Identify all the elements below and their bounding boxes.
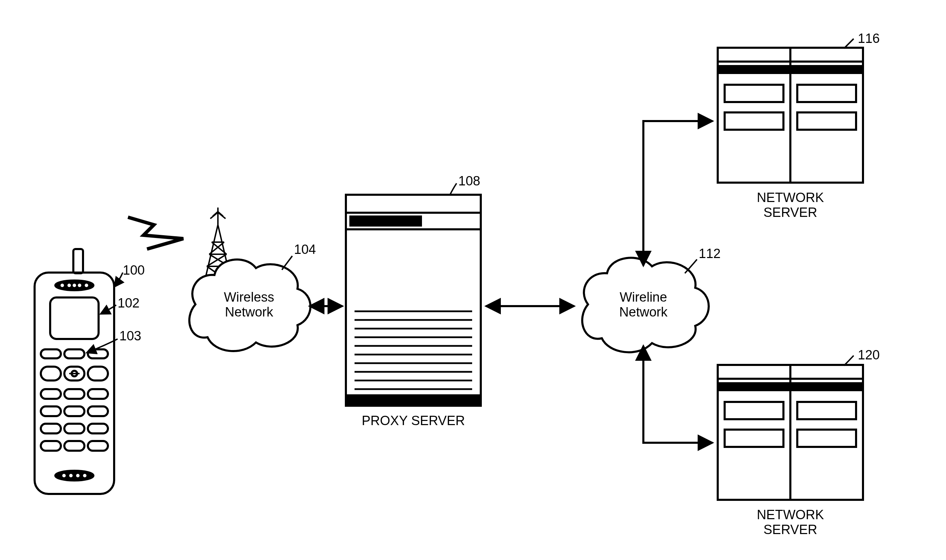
svg-point-30 (62, 474, 66, 477)
svg-rect-57 (724, 112, 783, 130)
svg-rect-55 (718, 65, 863, 74)
svg-rect-17 (41, 389, 61, 399)
svg-rect-12 (41, 367, 61, 380)
ref-server-top: 116 (858, 31, 880, 46)
network-server-bottom (718, 365, 863, 500)
wireline-network-label: Wireline Network (609, 290, 678, 320)
svg-rect-26 (41, 441, 61, 451)
network-server-top-label: NETWORK SERVER (718, 190, 863, 220)
svg-rect-23 (41, 424, 61, 434)
svg-rect-50 (346, 394, 481, 406)
svg-rect-25 (88, 424, 108, 434)
svg-rect-10 (64, 349, 85, 358)
svg-point-7 (85, 284, 88, 287)
svg-rect-24 (64, 424, 85, 434)
proxy-server-label: PROXY SERVER (346, 413, 481, 428)
svg-rect-65 (724, 429, 783, 447)
svg-rect-0 (73, 249, 83, 273)
svg-point-5 (72, 284, 76, 287)
svg-rect-20 (41, 406, 61, 416)
mobile-phone (35, 249, 114, 494)
svg-rect-16 (88, 367, 108, 380)
ref-wireless-cloud: 104 (294, 242, 316, 257)
ref-phone-display: 102 (118, 296, 139, 311)
wireless-signal-icon (128, 217, 183, 249)
network-diagram (0, 0, 946, 560)
svg-point-6 (78, 284, 81, 287)
ref-proxy-server: 108 (458, 174, 480, 189)
svg-rect-59 (797, 112, 856, 130)
svg-rect-28 (88, 441, 108, 451)
svg-rect-67 (797, 429, 856, 447)
svg-rect-66 (797, 402, 856, 419)
svg-rect-18 (64, 389, 85, 399)
svg-rect-22 (88, 406, 108, 416)
svg-rect-21 (64, 406, 85, 416)
svg-point-32 (76, 474, 80, 477)
svg-rect-58 (797, 85, 856, 102)
svg-point-31 (69, 474, 72, 477)
svg-rect-63 (718, 382, 863, 391)
ref-wireline-cloud: 112 (699, 246, 720, 261)
svg-rect-8 (50, 297, 98, 339)
svg-rect-56 (724, 85, 783, 102)
ref-phone-key: 103 (119, 329, 141, 343)
svg-rect-37 (346, 195, 481, 213)
svg-point-33 (83, 474, 86, 477)
svg-point-29 (55, 471, 93, 480)
svg-point-4 (68, 284, 71, 287)
svg-rect-19 (88, 389, 108, 399)
svg-point-3 (60, 284, 64, 287)
network-server-top (718, 48, 863, 183)
network-server-bottom-label: NETWORK SERVER (718, 508, 863, 537)
wireless-network-label: Wireless Network (214, 290, 284, 320)
svg-rect-39 (349, 215, 422, 226)
svg-rect-64 (724, 402, 783, 419)
ref-server-bottom: 120 (858, 348, 880, 363)
ref-phone-body: 100 (123, 263, 145, 278)
svg-rect-9 (41, 349, 61, 358)
proxy-server (346, 195, 481, 406)
svg-rect-27 (64, 441, 85, 451)
svg-rect-1 (35, 272, 114, 494)
